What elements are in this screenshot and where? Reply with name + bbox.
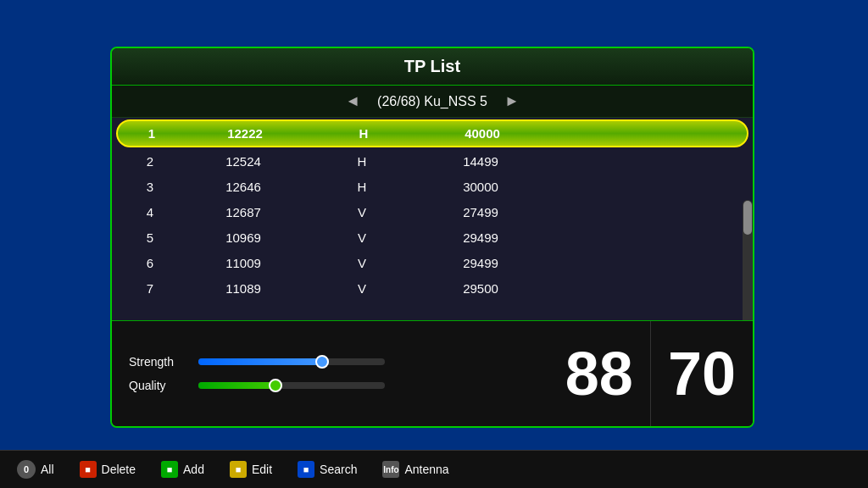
scrollbar-thumb	[743, 201, 752, 235]
row-pol: H	[313, 126, 415, 141]
quality-thumb	[269, 379, 282, 392]
row-rate: 40000	[415, 126, 550, 141]
key-badge: ■	[161, 461, 178, 478]
footer-label: All	[41, 463, 54, 476]
key-badge: 0	[17, 460, 36, 479]
key-badge: ■	[298, 461, 314, 478]
row-pol: V	[311, 230, 413, 245]
row-pol: V	[311, 281, 413, 296]
row-freq: 11009	[175, 256, 311, 270]
key-badge: Info	[382, 461, 399, 478]
row-rate: 27499	[413, 205, 548, 219]
row-freq: 12687	[175, 205, 311, 219]
tp-table-area: 1 12222 H 40000 2 12524 H 14499 3 12646 …	[112, 119, 753, 340]
satellite-name: (26/68) Ku_NSS 5	[377, 94, 487, 109]
footer-label: Add	[183, 463, 204, 476]
table-row[interactable]: 5 10969 V 29499	[116, 225, 748, 250]
row-num: 2	[125, 154, 175, 169]
row-num: 6	[125, 256, 175, 270]
tp-table: 1 12222 H 40000 2 12524 H 14499 3 12646 …	[112, 119, 753, 301]
strength-label: Strength	[129, 355, 188, 369]
footer-label: Antenna	[404, 463, 448, 476]
footer-item[interactable]: ■ Add	[161, 461, 204, 478]
signal-panel: Strength Quality 88 70	[112, 320, 753, 426]
signal-section: Strength Quality	[112, 321, 548, 426]
table-row[interactable]: 1 12222 H 40000	[116, 119, 748, 147]
key-badge: ■	[230, 461, 247, 478]
row-freq: 11089	[175, 281, 311, 296]
table-row[interactable]: 4 12687 V 27499	[116, 200, 748, 225]
row-rate: 14499	[413, 154, 548, 169]
strength-fill	[198, 358, 329, 365]
table-row[interactable]: 3 12646 H 30000	[116, 175, 748, 199]
quality-row: Quality	[129, 379, 531, 392]
satellite-navigation: ◄ (26/68) Ku_NSS 5 ►	[112, 86, 753, 118]
footer-item[interactable]: Info Antenna	[382, 461, 448, 478]
row-freq: 12524	[175, 154, 311, 169]
table-row[interactable]: 6 11009 V 29499	[116, 251, 748, 275]
quality-value: 70	[650, 321, 753, 426]
row-rate: 30000	[413, 180, 548, 194]
footer-label: Search	[320, 463, 357, 476]
row-num: 4	[125, 205, 175, 219]
row-num: 3	[125, 180, 175, 194]
row-rate: 29500	[413, 281, 548, 296]
row-rate: 29499	[413, 230, 548, 245]
footer-item[interactable]: ■ Delete	[80, 461, 136, 478]
footer-label: Delete	[102, 463, 136, 476]
row-num: 1	[126, 126, 177, 141]
tp-list-panel: TP List ◄ (26/68) Ku_NSS 5 ► 1 12222 H 4…	[110, 47, 754, 428]
row-pol: V	[311, 205, 413, 219]
footer-label: Edit	[252, 463, 272, 476]
quality-label: Quality	[129, 379, 188, 392]
strength-slider[interactable]	[198, 358, 385, 365]
row-num: 5	[125, 230, 175, 245]
row-pol: H	[311, 154, 413, 169]
row-rate: 29499	[413, 256, 548, 270]
row-freq: 12646	[175, 180, 311, 194]
row-pol: H	[311, 180, 413, 194]
table-row[interactable]: 7 11089 V 29500	[116, 276, 748, 301]
key-badge: ■	[80, 461, 97, 478]
footer-item[interactable]: ■ Edit	[230, 461, 272, 478]
panel-title: TP List	[112, 48, 753, 86]
row-num: 7	[125, 281, 175, 296]
row-freq: 10969	[175, 230, 311, 245]
strength-row: Strength	[129, 355, 531, 369]
strength-thumb	[315, 355, 329, 369]
footer-item[interactable]: ■ Search	[298, 461, 357, 478]
footer-bar: 0 All ■ Delete ■ Add ■ Edit ■ Search Inf…	[0, 450, 868, 488]
row-pol: V	[311, 256, 413, 270]
prev-satellite-button[interactable]: ◄	[345, 92, 360, 110]
quality-slider[interactable]	[198, 382, 385, 389]
next-satellite-button[interactable]: ►	[504, 92, 520, 110]
row-freq: 12222	[177, 126, 313, 141]
strength-value: 88	[548, 321, 650, 426]
footer-item[interactable]: 0 All	[17, 460, 54, 479]
table-row[interactable]: 2 12524 H 14499	[116, 149, 748, 174]
